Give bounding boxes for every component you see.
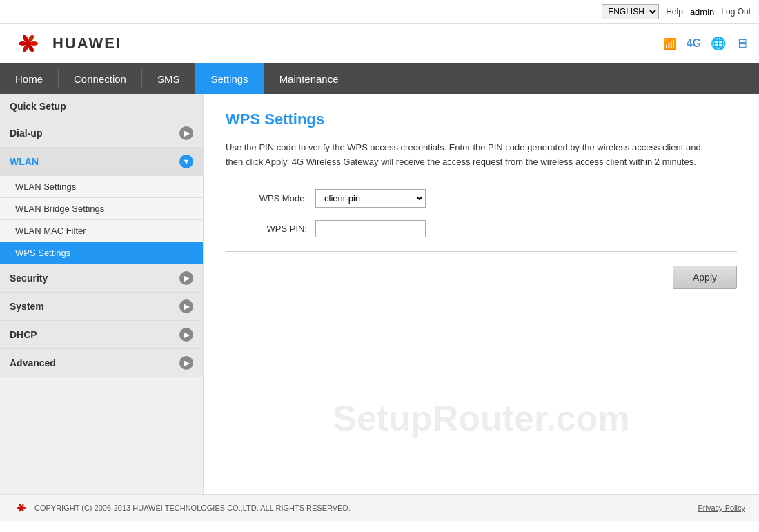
main-layout: Quick Setup Dial-up ▶ WLAN ▼ WLAN Settin… — [0, 94, 759, 494]
footer: COPYRIGHT (C) 2006-2013 HUAWEI TECHNOLOG… — [0, 494, 759, 521]
logo-area: HUAWEI — [11, 30, 121, 57]
language-select[interactable]: ENGLISH — [602, 4, 659, 19]
nav-connection[interactable]: Connection — [59, 63, 141, 94]
watermark: SetupRouter.com — [333, 397, 630, 439]
nav-settings[interactable]: Settings — [195, 63, 263, 94]
privacy-policy-link[interactable]: Privacy Policy — [698, 504, 745, 512]
footer-logo: COPYRIGHT (C) 2006-2013 HUAWEI TECHNOLOG… — [14, 502, 350, 514]
nav-sms[interactable]: SMS — [142, 63, 195, 94]
page-title: WPS Settings — [226, 110, 737, 128]
wps-mode-select[interactable]: client-pin pbc — [315, 189, 426, 208]
header-icons: 📶 4G 🌐 🖥 — [663, 36, 748, 51]
top-bar: ENGLISH Help admin Log Out — [0, 0, 759, 24]
sidebar-item-dhcp[interactable]: DHCP ▶ — [0, 321, 203, 349]
apply-button[interactable]: Apply — [673, 266, 737, 289]
header: HUAWEI 📶 4G 🌐 🖥 — [0, 24, 759, 63]
wlan-arrow: ▼ — [179, 155, 193, 168]
logo-text: HUAWEI — [52, 35, 121, 52]
monitor-icon: 🖥 — [736, 37, 748, 51]
description-text: Use the PIN code to verify the WPS acces… — [226, 141, 709, 170]
sidebar-sub-wlan-settings[interactable]: WLAN Settings — [0, 176, 203, 198]
dhcp-arrow: ▶ — [179, 328, 193, 342]
sidebar-sub-wps-settings[interactable]: WPS Settings — [0, 242, 203, 264]
signal-icon: 📶 — [663, 37, 677, 50]
huawei-logo-icon — [11, 30, 46, 57]
nav-maintenance[interactable]: Maintenance — [264, 63, 354, 94]
svg-point-3 — [30, 41, 38, 46]
footer-copyright: COPYRIGHT (C) 2006-2013 HUAWEI TECHNOLOG… — [34, 504, 350, 512]
system-arrow: ▶ — [179, 299, 193, 313]
nav-home[interactable]: Home — [0, 63, 58, 94]
security-arrow: ▶ — [179, 271, 193, 285]
svg-point-13 — [17, 507, 21, 509]
help-link[interactable]: Help — [666, 7, 683, 17]
network-type-label: 4G — [687, 37, 701, 50]
wps-mode-row: WPS Mode: client-pin pbc — [226, 189, 737, 208]
advanced-arrow: ▶ — [179, 356, 193, 370]
admin-label: admin — [690, 7, 714, 17]
sidebar-item-security[interactable]: Security ▶ — [0, 264, 203, 293]
svg-point-10 — [22, 507, 26, 509]
wps-pin-input[interactable] — [315, 220, 426, 237]
content-area: WPS Settings Use the PIN code to verify … — [204, 94, 759, 494]
nav-bar: Home Connection SMS Settings Maintenance — [0, 63, 759, 94]
wps-pin-label: WPS PIN: — [226, 224, 315, 234]
wps-mode-label: WPS Mode: — [226, 193, 315, 204]
sidebar-item-dial-up[interactable]: Dial-up ▶ — [0, 119, 203, 148]
form-divider — [226, 251, 737, 252]
sidebar: Quick Setup Dial-up ▶ WLAN ▼ WLAN Settin… — [0, 94, 204, 494]
sidebar-item-wlan[interactable]: WLAN ▼ — [0, 148, 203, 176]
wps-pin-row: WPS PIN: — [226, 220, 737, 237]
sidebar-sub-wlan-mac-filter[interactable]: WLAN MAC Filter — [0, 220, 203, 242]
sidebar-item-system[interactable]: System ▶ — [0, 293, 203, 321]
sidebar-item-quick-setup[interactable]: Quick Setup — [0, 94, 203, 119]
button-row: Apply — [226, 266, 737, 289]
sidebar-sub-wlan-bridge-settings[interactable]: WLAN Bridge Settings — [0, 198, 203, 220]
logout-link[interactable]: Log Out — [721, 7, 751, 17]
globe-icon: 🌐 — [711, 36, 726, 51]
svg-point-6 — [19, 41, 27, 46]
footer-huawei-icon — [14, 502, 29, 514]
dial-up-arrow: ▶ — [179, 126, 193, 140]
sidebar-item-advanced[interactable]: Advanced ▶ — [0, 349, 203, 377]
